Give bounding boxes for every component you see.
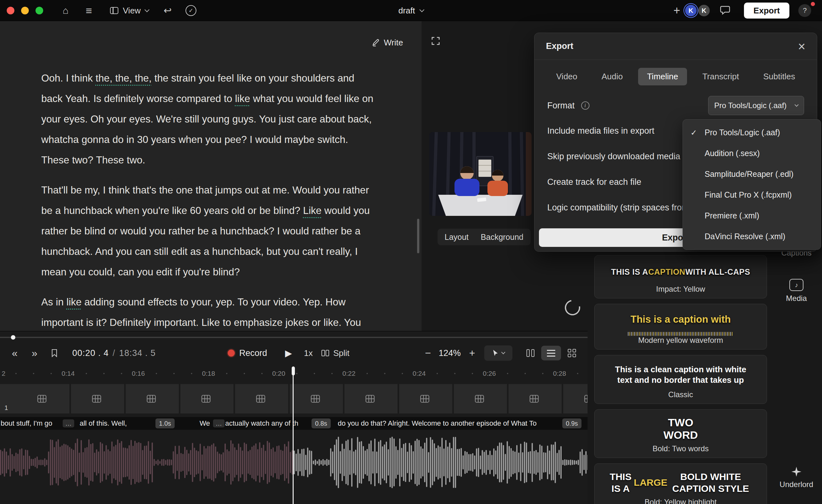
document-title-text: draft xyxy=(398,6,415,16)
ruler-tick xyxy=(261,373,263,374)
expand-icon xyxy=(431,36,440,45)
word-label[interactable]: do you do that? Alright. Welcome to anot… xyxy=(338,419,537,428)
export-button[interactable]: Export xyxy=(744,3,789,19)
caption-style-card[interactable]: This is a caption withModern yellow wave… xyxy=(594,304,767,350)
editor-scrollbar[interactable] xyxy=(417,219,419,253)
tab-video[interactable]: Video xyxy=(547,68,586,85)
skip-forward-button[interactable]: » xyxy=(28,345,41,362)
caption-style-card[interactable]: THIS IS A CAPTION WITH ALL-CAPSImpact: Y… xyxy=(594,255,767,299)
format-menu-item[interactable]: Audition (.sesx) xyxy=(683,143,821,164)
window-minimize-button[interactable] xyxy=(21,7,29,14)
check-button[interactable]: ✓ xyxy=(183,0,198,21)
clip-boundary xyxy=(507,384,508,414)
play-button[interactable]: ▶ xyxy=(282,345,296,362)
add-button[interactable]: + xyxy=(670,0,684,21)
sidebar-item-media[interactable]: ♪ Media xyxy=(771,279,822,303)
tab-transcript[interactable]: Transcript xyxy=(694,68,748,85)
grid-view-button[interactable] xyxy=(564,345,579,362)
tab-timeline[interactable]: Timeline xyxy=(638,68,687,85)
word-label[interactable]: actually watch any of th xyxy=(225,419,299,428)
gap-duration-chip[interactable]: 0.8s xyxy=(312,419,331,429)
overflow-chip[interactable]: … xyxy=(63,420,74,428)
help-button[interactable]: ? xyxy=(798,4,811,17)
transcript-paragraph[interactable]: That'll be my, I think that's the one th… xyxy=(41,180,376,282)
info-icon[interactable]: i xyxy=(581,101,589,110)
ruler-tick xyxy=(15,373,17,374)
cursor-icon xyxy=(492,350,499,357)
home-button[interactable]: ⌂ xyxy=(58,0,73,21)
caption-style-card[interactable]: TWOWORDBold: Two words xyxy=(594,409,767,458)
split-button[interactable]: Split xyxy=(321,345,350,362)
caption-preview: This is a clean caption with white text … xyxy=(594,355,767,390)
caption-style-card[interactable]: This is a clean caption with white text … xyxy=(594,355,767,404)
ruler-tick xyxy=(191,373,192,374)
transcript-paragraph[interactable]: Ooh. I think the, the, the, the strain y… xyxy=(41,68,376,170)
view-button[interactable]: View xyxy=(107,0,152,21)
format-menu-item[interactable]: ✓Pro Tools/Logic (.aaf) xyxy=(683,122,821,143)
tab-audio[interactable]: Audio xyxy=(593,68,632,85)
window-close-button[interactable] xyxy=(7,7,14,14)
playhead-handle[interactable] xyxy=(292,367,295,376)
zoom-in-button[interactable]: + xyxy=(466,345,478,362)
waveform-svg[interactable] xyxy=(0,431,587,494)
ruler-tick xyxy=(244,373,245,374)
scrub-bar[interactable] xyxy=(0,337,587,338)
undo-button[interactable]: ↩ xyxy=(160,0,175,21)
word-label[interactable]: We xyxy=(199,419,210,428)
format-menu-item-label: Premiere (.xml) xyxy=(705,211,759,220)
format-menu-item[interactable]: Premiere (.xml) xyxy=(683,205,821,226)
ruler-label: 2 xyxy=(0,368,7,380)
skip-back-button[interactable]: « xyxy=(8,345,21,362)
ruler-tick xyxy=(50,373,52,374)
document-title[interactable]: draft xyxy=(398,0,423,21)
word-label[interactable]: all of this. Well, xyxy=(80,419,127,428)
gap-duration-chip[interactable]: 1.0s xyxy=(155,419,174,429)
format-menu-item[interactable]: Final Cut Pro X (.fcpxml) xyxy=(683,184,821,205)
ruler-tick xyxy=(331,373,333,374)
expand-canvas-button[interactable] xyxy=(431,36,440,46)
overflow-chip[interactable]: … xyxy=(213,420,225,428)
comments-button[interactable] xyxy=(720,5,731,16)
layout-button[interactable]: Layout xyxy=(445,232,469,242)
playback-speed-button[interactable]: 1x xyxy=(301,345,316,362)
transcript[interactable]: Ooh. I think the, the, the, the strain y… xyxy=(41,68,376,331)
timeline-panel: « » 00:20 . 4 / 18:34 . 5 Record ▶ 1x Sp… xyxy=(0,331,587,504)
corrected-word: the, the, the, xyxy=(96,72,151,84)
zoom-out-button[interactable]: − xyxy=(422,345,434,362)
clip-boundary xyxy=(234,384,235,414)
format-dropdown[interactable]: Pro Tools/Logic (.aaf) xyxy=(708,96,804,115)
close-icon[interactable]: × xyxy=(798,40,805,53)
pointer-tool-button[interactable] xyxy=(484,345,512,361)
avatar[interactable]: K xyxy=(697,4,711,17)
panel-view-icon xyxy=(110,7,118,14)
video-preview[interactable] xyxy=(429,132,531,216)
script-view-button[interactable] xyxy=(541,346,561,361)
format-menu-item[interactable]: DaVinci Resolve (.xml) xyxy=(683,226,821,247)
film-frame-icon xyxy=(365,395,375,403)
caption-style-name: Impact: Yellow xyxy=(594,285,767,298)
video-track[interactable]: 1 xyxy=(0,384,587,414)
tracks-view-button[interactable] xyxy=(523,345,537,362)
playhead[interactable] xyxy=(293,367,294,504)
gap-duration-chip[interactable]: 0.9s xyxy=(562,419,581,429)
avatar[interactable]: K xyxy=(684,4,698,17)
film-frame-icon xyxy=(529,395,539,403)
film-frame-icon xyxy=(420,395,430,403)
window-zoom-button[interactable] xyxy=(35,7,43,14)
ruler-tick xyxy=(577,373,578,374)
main-menu-button[interactable]: ≡ xyxy=(81,0,96,21)
zoom-level[interactable]: 124% xyxy=(434,345,465,362)
scrub-handle[interactable] xyxy=(11,335,15,340)
transcript-paragraph[interactable]: As in like adding sound effects to your,… xyxy=(41,292,376,331)
background-button[interactable]: Background xyxy=(481,232,523,242)
clip-boundary xyxy=(288,384,290,414)
format-menu-item[interactable]: Samplitude/Reaper (.edl) xyxy=(683,164,821,184)
marker-button[interactable] xyxy=(48,345,61,362)
sidebar-item-underlord[interactable]: Underlord xyxy=(771,466,822,489)
record-button[interactable]: Record xyxy=(228,345,267,362)
caption-style-card[interactable]: THIS IS A LARGE BOLD WHITE CAPTION STYLE… xyxy=(594,463,767,504)
undo-icon: ↩ xyxy=(163,6,171,15)
write-button[interactable]: Write xyxy=(367,35,407,50)
tab-subtitles[interactable]: Subtitles xyxy=(754,68,804,85)
word-label[interactable]: bout stuff, I'm go xyxy=(1,419,52,428)
